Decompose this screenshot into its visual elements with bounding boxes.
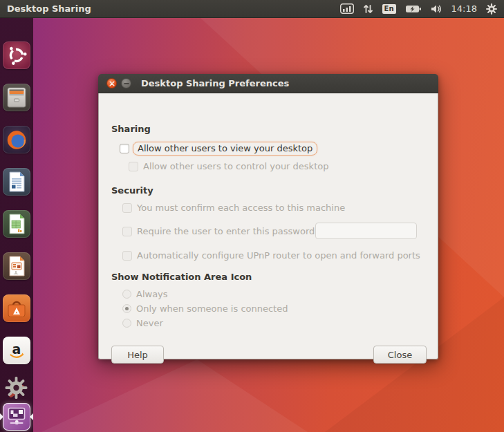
- allow-view-checkbox[interactable]: [120, 144, 129, 153]
- launcher-item-system-settings[interactable]: [3, 375, 30, 402]
- session-gear-icon[interactable]: [486, 0, 497, 18]
- notify-never-radio: [122, 319, 131, 328]
- launcher-item-firefox[interactable]: [3, 126, 30, 153]
- libreoffice-impress-icon: [5, 254, 28, 278]
- allow-view-label[interactable]: Allow other users to view your desktop: [133, 142, 317, 156]
- launcher-item-amazon[interactable]: a: [3, 337, 30, 364]
- window-title: Desktop Sharing Preferences: [141, 78, 289, 88]
- password-input: [315, 223, 417, 239]
- notify-never-label: Never: [136, 318, 163, 328]
- upnp-checkbox-row: Automatically configure UPnP router to o…: [122, 250, 420, 261]
- require-password-checkbox-row: Require the user to enter this password:: [122, 226, 318, 236]
- confirm-access-checkbox: [122, 203, 132, 213]
- libreoffice-calc-icon: [5, 212, 28, 236]
- active-app-title: Desktop Sharing: [7, 3, 91, 14]
- confirm-access-checkbox-row: You must confirm each access to this mac…: [122, 203, 345, 213]
- launcher-focused-arrow-icon: [30, 413, 33, 420]
- close-button[interactable]: Close: [373, 346, 427, 364]
- launcher-item-libreoffice-calc[interactable]: [3, 210, 30, 238]
- launcher-item-libreoffice-writer[interactable]: [3, 168, 30, 196]
- battery-icon[interactable]: [405, 0, 422, 18]
- keyboard-layout-label: En: [382, 4, 396, 14]
- launcher-item-ubuntu-dash[interactable]: [3, 41, 30, 69]
- ubuntu-logo-icon: [5, 44, 28, 67]
- require-password-label: Require the user to enter this password:: [137, 226, 318, 236]
- upnp-label: Automatically configure UPnP router to o…: [137, 250, 420, 261]
- launcher-item-libreoffice-impress[interactable]: [3, 252, 30, 280]
- system-tray: En 14:18: [340, 0, 504, 18]
- notify-never-radio-row: Never: [122, 318, 163, 328]
- notify-connected-radio: [122, 304, 131, 313]
- amazon-icon: a: [5, 339, 28, 362]
- require-password-checkbox: [122, 227, 132, 236]
- confirm-access-label: You must confirm each access to this mac…: [137, 203, 345, 213]
- network-activity-arrows-icon[interactable]: [363, 0, 373, 18]
- top-panel: Desktop Sharing En 14:18: [0, 0, 504, 18]
- close-icon: [109, 81, 115, 86]
- allow-control-label: Allow other users to control your deskto…: [143, 161, 328, 171]
- notify-connected-radio-row: Only when someone is connected: [122, 303, 288, 314]
- svg-text:a: a: [12, 341, 21, 357]
- window-titlebar[interactable]: Desktop Sharing Preferences: [98, 74, 438, 93]
- launcher-item-file-manager[interactable]: [3, 84, 30, 111]
- help-button[interactable]: Help: [111, 346, 164, 364]
- file-cabinet-icon: [5, 86, 28, 109]
- firefox-icon: [5, 128, 28, 151]
- upnp-checkbox: [122, 251, 132, 261]
- libreoffice-writer-icon: [5, 170, 28, 194]
- window-close-button[interactable]: [106, 78, 117, 88]
- launcher-running-arrow-icon: [0, 413, 3, 420]
- network-signal-icon[interactable]: [340, 0, 354, 18]
- launcher-item-desktop-sharing-active[interactable]: [3, 403, 30, 431]
- desktop-sharing-preferences-window: Desktop Sharing Preferences Sharing Allo…: [98, 74, 438, 359]
- notification-section-heading: Show Notification Area Icon: [111, 272, 252, 282]
- window-minimize-button[interactable]: [121, 78, 131, 88]
- notify-always-radio: [122, 290, 131, 299]
- desktop-sharing-monitor-icon: [5, 405, 28, 429]
- settings-gear-wrench-icon: [3, 375, 30, 402]
- clock-time: 14:18: [451, 3, 477, 14]
- volume-icon[interactable]: [431, 0, 442, 18]
- launcher-item-software-center[interactable]: [3, 294, 30, 322]
- software-center-bag-icon: [5, 297, 28, 320]
- clock-indicator[interactable]: 14:18: [451, 0, 477, 18]
- notify-always-label: Always: [136, 289, 168, 299]
- allow-control-checkbox: [129, 162, 138, 171]
- keyboard-layout-indicator[interactable]: En: [382, 0, 396, 18]
- sharing-section-heading: Sharing: [111, 124, 151, 134]
- notify-connected-label: Only when someone is connected: [136, 303, 288, 314]
- security-section-heading: Security: [111, 185, 153, 196]
- notify-always-radio-row: Always: [122, 289, 168, 299]
- unity-launcher: a: [0, 18, 33, 432]
- dialog-body: Sharing Allow other users to view your d…: [98, 93, 438, 359]
- allow-control-checkbox-row: Allow other users to control your deskto…: [129, 161, 328, 171]
- allow-view-checkbox-row[interactable]: Allow other users to view your desktop: [120, 142, 317, 156]
- minimize-icon: [124, 81, 129, 86]
